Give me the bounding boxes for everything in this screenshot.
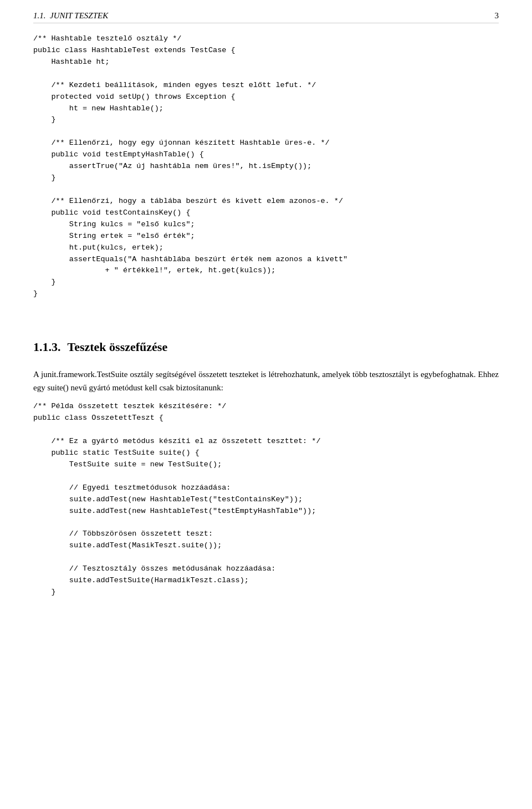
header-section-title: 1.1. JUNIT TESZTEK	[33, 11, 108, 21]
section-heading-row: 1.1.3. Tesztek összefűzése	[33, 320, 499, 360]
header-title-text: JUNIT TESZTEK	[50, 11, 108, 20]
paragraph-1: A junit.framework.TestSuite osztály segí…	[33, 368, 499, 394]
header-section-number: 1.1.	[33, 11, 46, 20]
page-number: 3	[495, 11, 499, 21]
code-block-1: /** Hashtable tesztelő osztály */ public…	[33, 33, 499, 300]
code-block-2: /** Példa összetett tesztek készítésére:…	[33, 401, 499, 598]
page-header: 1.1. JUNIT TESZTEK 3	[33, 11, 499, 23]
section-113-number: 1.1.3.	[33, 340, 61, 354]
section-113-title: Tesztek összefűzése	[68, 340, 168, 354]
